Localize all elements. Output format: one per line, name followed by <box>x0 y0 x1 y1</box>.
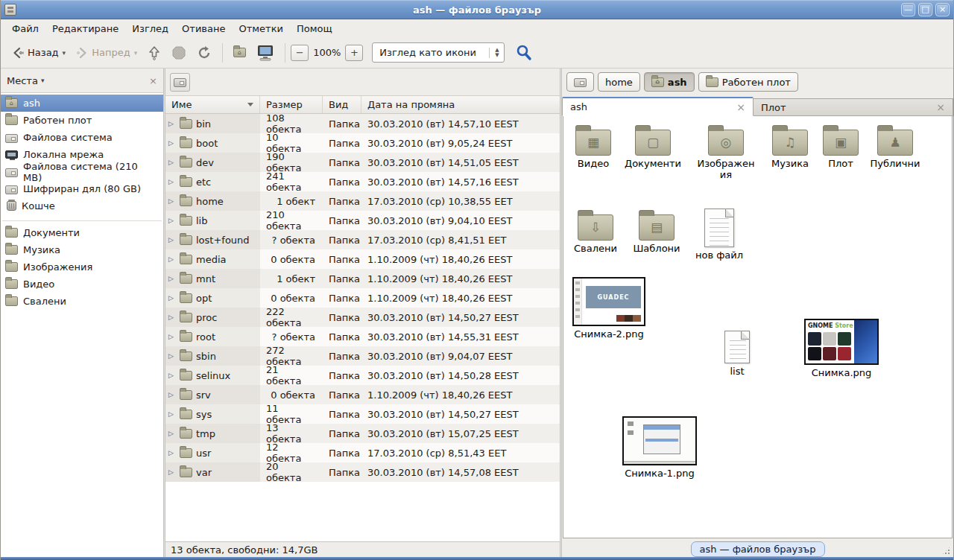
sidebar-item[interactable]: Файлова система (210 MB) <box>1 163 163 180</box>
file-item[interactable]: ⇩Свалени <box>566 210 625 254</box>
back-button[interactable]: Назад ▾ <box>7 45 71 61</box>
expander-icon[interactable] <box>168 392 176 398</box>
root-location-button[interactable] <box>170 73 190 92</box>
menubar-item[interactable]: Редактиране <box>45 22 125 36</box>
combo-stepper-icon[interactable]: ▲▼ <box>489 48 504 58</box>
tree-row[interactable]: sys11 обектаПапка30.03.2010 (вт) 14,50,2… <box>165 404 560 424</box>
reload-button[interactable] <box>192 43 217 63</box>
file-item[interactable]: ◎Изображения <box>696 125 756 180</box>
tree-row[interactable]: var20 обектаПапка30.03.2010 (вт) 14,57,0… <box>165 462 560 482</box>
file-item[interactable]: Снимка-1.png <box>622 416 697 479</box>
expander-icon[interactable] <box>168 276 176 282</box>
sidebar-title[interactable]: Места <box>7 75 38 86</box>
column-header-date[interactable]: Дата на промяна <box>361 96 560 113</box>
column-header-size[interactable]: Размер <box>260 96 323 113</box>
minimize-button[interactable]: — <box>901 3 915 16</box>
sidebar-item[interactable]: Шифриран дял (80 GB) <box>1 180 163 197</box>
tree-row[interactable]: media0 обектаПапка1.10.2009 (чт) 18,40,2… <box>165 249 560 269</box>
column-header-name[interactable]: Име <box>165 96 260 113</box>
tree-row[interactable]: bin108 обектаПапка30.03.2010 (вт) 14,57,… <box>165 114 560 133</box>
expander-icon[interactable] <box>168 450 176 456</box>
tab-close-icon[interactable]: × <box>936 101 945 113</box>
tree-row[interactable]: srv0 обектаПапка1.10.2009 (чт) 18,40,26 … <box>165 385 560 404</box>
tree-row[interactable]: dev190 обектаПапка30.03.2010 (вт) 14,51,… <box>165 153 560 172</box>
tree-row[interactable]: sbin272 обектаПапка30.03.2010 (вт) 9,04,… <box>165 346 560 366</box>
file-item[interactable]: ▦Видео <box>563 125 623 169</box>
back-dropdown-icon[interactable]: ▾ <box>63 49 66 57</box>
expander-icon[interactable] <box>168 411 176 418</box>
sidebar-close-icon[interactable]: × <box>149 75 157 86</box>
tree-row[interactable]: selinux21 обектаПапка30.03.2010 (вт) 14,… <box>165 366 560 385</box>
up-button[interactable] <box>142 43 166 63</box>
sidebar-item[interactable]: Видео <box>1 276 163 293</box>
menubar-item[interactable]: Отметки <box>232 22 289 36</box>
expander-icon[interactable] <box>168 372 176 379</box>
tree-row[interactable]: mnt1 обектПапка1.10.2009 (чт) 18,40,26 E… <box>165 269 560 288</box>
close-button[interactable]: × <box>935 3 950 16</box>
search-button[interactable] <box>515 44 533 62</box>
menubar-item[interactable]: Отиване <box>175 22 232 36</box>
sidebar-item[interactable]: ⌂ash <box>1 95 163 112</box>
sidebar-item[interactable]: Кошче <box>1 197 163 214</box>
expander-icon[interactable] <box>168 334 176 340</box>
expander-icon[interactable] <box>168 469 176 476</box>
tree-row[interactable]: etc241 обектаПапка30.03.2010 (вт) 14,57,… <box>165 172 560 191</box>
tree-row[interactable]: home1 обектПапка17.03.2010 (ср) 10,38,55… <box>165 191 560 211</box>
path-button-ash[interactable]: ⌂ash <box>644 72 695 92</box>
file-item[interactable]: ▢Документи <box>623 125 683 169</box>
file-item[interactable]: нов файл <box>689 209 749 261</box>
tree-row[interactable]: usr12 обектаПапка17.03.2010 (ср) 8,51,43… <box>165 443 560 462</box>
expander-icon[interactable] <box>168 295 176 302</box>
chevron-down-icon[interactable]: ▾ <box>41 77 45 84</box>
expander-icon[interactable] <box>168 140 176 147</box>
expander-icon[interactable] <box>168 198 176 205</box>
menubar-item[interactable]: Изглед <box>125 22 175 36</box>
path-button[interactable] <box>566 72 594 92</box>
file-item[interactable]: GNOME StoreСнимка.png <box>804 319 879 378</box>
computer-button[interactable] <box>251 42 279 63</box>
expander-icon[interactable] <box>168 314 176 321</box>
forward-button[interactable]: Напред ▾ <box>71 45 142 61</box>
maximize-button[interactable]: □ <box>918 3 932 16</box>
tab-Плот[interactable]: Плот× <box>754 98 953 116</box>
file-item[interactable]: ▣Плот <box>811 125 871 169</box>
column-header-type[interactable]: Вид <box>323 96 361 113</box>
file-item[interactable]: GUADECСнимка-2.png <box>572 277 646 340</box>
sidebar-item[interactable]: Изображения <box>1 258 163 276</box>
menubar-item[interactable]: Помощ <box>290 22 339 36</box>
expander-icon[interactable] <box>168 121 176 127</box>
expander-icon[interactable] <box>168 256 176 263</box>
file-item[interactable]: list <box>707 331 767 377</box>
path-button-home[interactable]: home <box>598 72 640 92</box>
menubar-item[interactable]: Файл <box>5 22 45 36</box>
file-item[interactable]: ▤Шаблони <box>627 210 686 254</box>
home-button[interactable]: ⌂ <box>228 45 251 60</box>
tree-row[interactable]: root? обектаПапка30.03.2010 (вт) 14,55,3… <box>165 327 560 346</box>
icon-view-canvas[interactable]: ▦Видео▢Документи◎Изображения♫Музика▣Плот… <box>563 116 953 538</box>
tree-row[interactable]: boot10 обектаПапка30.03.2010 (вт) 9,05,2… <box>165 133 560 153</box>
expander-icon[interactable] <box>168 179 176 185</box>
expander-icon[interactable] <box>168 237 176 244</box>
expander-icon[interactable] <box>168 430 176 437</box>
tree-row[interactable]: proc222 обектаПапка30.03.2010 (вт) 14,50… <box>165 308 560 327</box>
sidebar-item[interactable]: Документи <box>1 224 163 241</box>
sidebar-item[interactable]: Свалени <box>1 293 163 310</box>
sidebar-item[interactable]: Файлова система <box>1 129 163 146</box>
expander-icon[interactable] <box>168 353 176 360</box>
titlebar[interactable]: ash — файлов браузър — □ × <box>1 0 953 19</box>
tab-close-icon[interactable]: × <box>736 101 745 113</box>
expander-icon[interactable] <box>168 217 176 224</box>
zoom-out-button[interactable]: − <box>291 45 309 61</box>
tree-row[interactable]: lost+found? обектаПапка17.03.2010 (ср) 8… <box>165 230 560 249</box>
path-button-Работен плот[interactable]: Работен плот <box>698 72 798 92</box>
stop-button[interactable] <box>166 43 192 63</box>
tree-row[interactable]: opt0 обектаПапка1.10.2009 (чт) 18,40,26 … <box>165 288 560 308</box>
tab-ash[interactable]: ash× <box>562 97 754 116</box>
tree-row[interactable]: lib210 обектаПапка30.03.2010 (вт) 9,04,1… <box>165 211 560 230</box>
file-item[interactable]: ♟Публични <box>865 125 925 169</box>
sidebar-item[interactable]: Работен плот <box>1 112 163 129</box>
expander-icon[interactable] <box>168 159 176 166</box>
tree-row[interactable]: tmp13 обектаПапка30.03.2010 (вт) 15,07,2… <box>165 424 560 443</box>
zoom-in-button[interactable]: + <box>345 45 363 61</box>
view-mode-select[interactable]: Изглед като икони ▲▼ <box>372 42 505 63</box>
